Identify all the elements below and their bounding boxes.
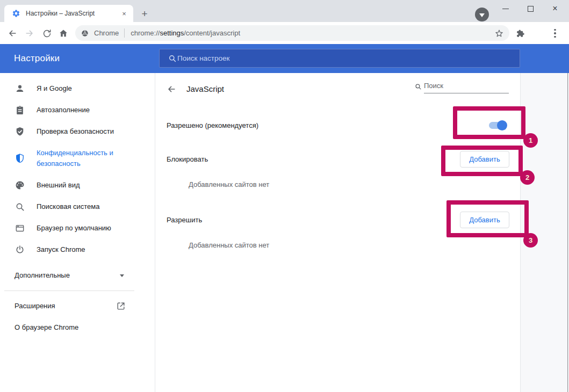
- sidebar-item-privacy-security[interactable]: Конфиденциальность и безопасность: [0, 142, 155, 175]
- url-path: /content/javascript: [184, 29, 240, 37]
- chevron-down-icon: [479, 13, 485, 17]
- power-icon: [15, 244, 25, 255]
- url-separator: [124, 28, 125, 38]
- sidebar-item-about-chrome[interactable]: О браузере Chrome: [0, 317, 155, 338]
- minimize-icon: [502, 9, 509, 9]
- annotation-box-3: [446, 200, 529, 237]
- puzzle-icon: [515, 28, 525, 39]
- settings-header: Настройки: [0, 44, 569, 73]
- close-icon: ×: [552, 4, 557, 13]
- tab-strip: Настройки – JavaScript × + ×: [0, 0, 569, 22]
- annotation-box-2: [441, 146, 523, 176]
- toggle-row-label: Разрешено (рекомендуется): [167, 121, 258, 129]
- url-scheme: chrome://: [131, 29, 160, 37]
- browser-window: Настройки – JavaScript × + × Chrome chro…: [0, 0, 569, 392]
- sidebar-divider: [4, 291, 134, 291]
- address-bar[interactable]: Chrome chrome://settings/content/javascr…: [75, 25, 509, 41]
- sidebar-item-label: Дополнительные: [15, 270, 109, 281]
- profile-chip-icon[interactable]: [475, 8, 489, 21]
- subpage-back-button[interactable]: [165, 83, 177, 95]
- sidebar-item-appearance[interactable]: Внешний вид: [0, 175, 155, 196]
- tab-title: Настройки – JavaScript: [26, 10, 119, 17]
- person-icon: [15, 83, 25, 94]
- default-browser-icon: [15, 223, 25, 234]
- annotation-badge-3: 3: [523, 233, 538, 248]
- settings-title: Настройки: [14, 44, 60, 73]
- settings-search-box[interactable]: [159, 49, 520, 68]
- tab-close-icon[interactable]: ×: [119, 9, 129, 18]
- new-tab-button[interactable]: +: [138, 7, 152, 21]
- bookmark-star-button[interactable]: [494, 28, 504, 38]
- maximize-icon: [528, 6, 534, 12]
- sidebar-item-label: Внешний вид: [37, 180, 131, 191]
- window-close-button[interactable]: ×: [543, 0, 567, 17]
- star-icon: [494, 28, 504, 38]
- back-icon: [7, 28, 18, 39]
- subpage-search[interactable]: [414, 81, 510, 96]
- url-text: chrome://settings/content/javascript: [131, 29, 240, 37]
- home-button[interactable]: [56, 26, 71, 41]
- extensions-button[interactable]: [513, 26, 528, 41]
- back-arrow-icon: [166, 84, 177, 95]
- annotation-badge-1: 1: [523, 133, 538, 148]
- subpage-search-input[interactable]: [424, 81, 509, 93]
- subpage-header: JavaScript: [155, 73, 520, 104]
- home-icon: [58, 28, 69, 39]
- sidebar-item-label: Я и Google: [37, 83, 131, 94]
- chrome-logo-icon: [81, 29, 89, 38]
- privacy-shield-icon: [15, 153, 25, 164]
- forward-icon: [24, 28, 35, 39]
- search-icon: [168, 54, 177, 63]
- block-section-label: Блокировать: [167, 155, 208, 163]
- safety-check-icon: [15, 126, 25, 137]
- back-button[interactable]: [5, 26, 20, 41]
- sidebar-item-label: Проверка безопасности: [37, 126, 131, 137]
- window-maximize-button[interactable]: [518, 0, 542, 17]
- site-label: Chrome: [94, 29, 119, 37]
- sidebar-item-safety-check[interactable]: Проверка безопасности: [0, 121, 155, 142]
- three-dots-icon: [554, 29, 556, 38]
- sidebar-item-label: Поисковая система: [37, 201, 131, 212]
- annotation-box-1: [453, 106, 525, 139]
- sidebar-item-label: Конфиденциальность и безопасность: [37, 148, 131, 169]
- allow-empty-text: Добавленных сайтов нет: [189, 239, 269, 251]
- sidebar-item-advanced[interactable]: Дополнительные: [0, 265, 155, 286]
- search-icon: [414, 83, 422, 90]
- browser-menu-button[interactable]: [548, 26, 563, 41]
- sidebar-item-label: Запуск Chrome: [37, 244, 131, 255]
- block-empty-text: Добавленных сайтов нет: [189, 178, 269, 190]
- chevron-down-icon: [120, 274, 124, 277]
- sidebar-item-label: Браузер по умолчанию: [37, 223, 131, 234]
- autofill-icon: [15, 105, 25, 115]
- sidebar-item-search-engine[interactable]: Поисковая система: [0, 196, 155, 217]
- appearance-palette-icon: [15, 180, 25, 191]
- sidebar-item-extensions[interactable]: Расширения: [0, 295, 155, 317]
- browser-tab[interactable]: Настройки – JavaScript ×: [4, 5, 133, 22]
- settings-gear-favicon: [12, 9, 20, 18]
- external-link-icon: [116, 301, 126, 311]
- browser-toolbar: Chrome chrome://settings/content/javascr…: [0, 22, 569, 44]
- search-engine-icon: [15, 201, 25, 212]
- sidebar-item-default-browser[interactable]: Браузер по умолчанию: [0, 217, 155, 239]
- page-title: JavaScript: [186, 73, 224, 104]
- url-host: settings: [160, 29, 184, 37]
- sidebar-item-on-startup[interactable]: Запуск Chrome: [0, 239, 155, 260]
- sidebar: Я и Google Автозаполнение Проверка безоп…: [0, 73, 155, 392]
- sidebar-item-label: Расширения: [15, 301, 109, 311]
- annotation-badge-2: 2: [520, 170, 535, 185]
- sidebar-item-you-and-google[interactable]: Я и Google: [0, 78, 155, 99]
- sidebar-item-label: О браузере Chrome: [15, 322, 109, 333]
- reload-icon: [42, 28, 52, 39]
- settings-search-input[interactable]: [177, 54, 512, 62]
- window-minimize-button[interactable]: [494, 0, 517, 17]
- sidebar-item-autofill[interactable]: Автозаполнение: [0, 99, 155, 121]
- sidebar-item-label: Автозаполнение: [37, 105, 131, 115]
- reload-button[interactable]: [39, 26, 54, 41]
- allow-section-label: Разрешить: [167, 216, 202, 224]
- forward-button[interactable]: [22, 26, 37, 41]
